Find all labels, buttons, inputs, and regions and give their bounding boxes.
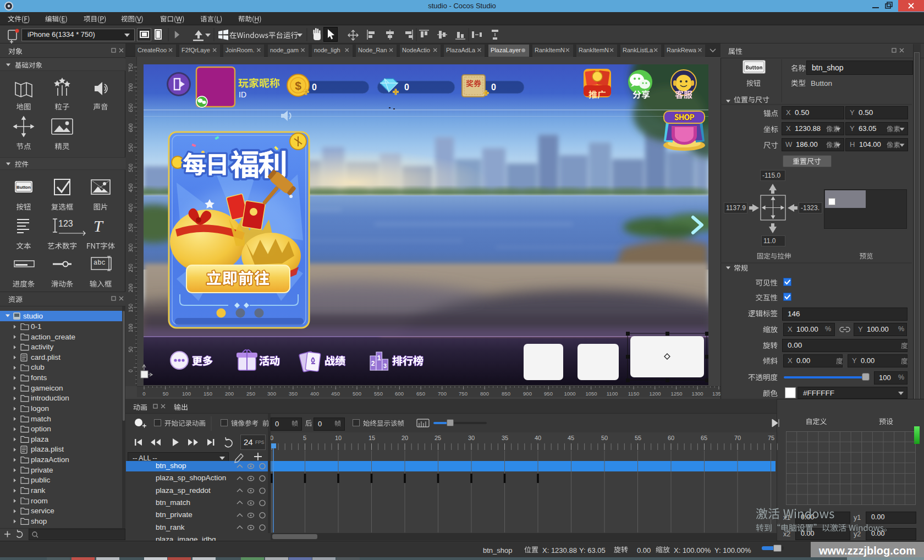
svg-text:1: 1 xyxy=(377,354,381,362)
svg-text:2: 2 xyxy=(371,360,375,367)
svg-text:3: 3 xyxy=(383,363,387,369)
svg-text:0: 0 xyxy=(404,83,409,92)
svg-text:$: $ xyxy=(295,79,301,92)
svg-text:0: 0 xyxy=(491,83,496,92)
svg-text:0: 0 xyxy=(312,83,317,92)
